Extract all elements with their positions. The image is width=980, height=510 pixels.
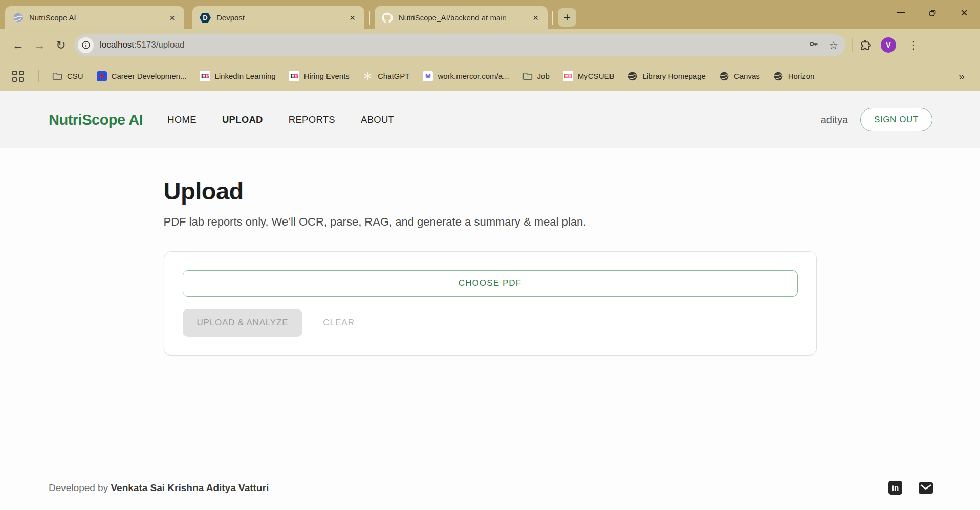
tab-title: NutriScope_AI/backend at main xyxy=(399,13,525,22)
clear-button[interactable]: CLEAR xyxy=(323,318,355,328)
globe-favicon xyxy=(12,12,24,24)
site-logo[interactable]: NutriScope AI xyxy=(49,112,143,128)
browser-window: NutriScope AI × D Devpost × NutriScope_A… xyxy=(0,0,980,510)
career-favicon: F xyxy=(97,71,107,81)
eb-favicon: EB xyxy=(200,71,210,81)
browser-toolbar: ← → ↻ localhost:5173/upload ☆ V ⋮ xyxy=(0,29,980,61)
apps-grid-icon[interactable] xyxy=(12,71,24,82)
close-icon[interactable]: × xyxy=(347,12,357,24)
tab-github[interactable]: NutriScope_AI/backend at main × xyxy=(375,6,548,29)
page-title: Upload xyxy=(164,177,817,205)
upload-analyze-button[interactable]: UPLOAD & ANALYZE xyxy=(183,309,303,337)
extensions-puzzle-icon[interactable] xyxy=(859,39,872,52)
site-info-icon[interactable] xyxy=(78,37,94,53)
minimize-icon xyxy=(897,12,905,13)
folder-icon xyxy=(52,71,62,81)
bookmark-mercor[interactable]: M work.mercor.com/a... xyxy=(423,71,509,81)
window-controls: × xyxy=(885,0,980,26)
address-bar[interactable]: localhost:5173/upload ☆ xyxy=(75,34,845,56)
bookmarks-divider xyxy=(38,70,39,82)
profile-avatar[interactable]: V xyxy=(881,37,896,53)
forward-button[interactable]: → xyxy=(29,34,50,56)
site-header: NutriScope AI HOME UPLOAD REPORTS ABOUT … xyxy=(0,91,980,148)
tab-title: NutriScope AI xyxy=(29,13,162,22)
tab-devpost[interactable]: D Devpost × xyxy=(192,6,364,29)
nav-home[interactable]: HOME xyxy=(167,114,197,125)
nav-upload[interactable]: UPLOAD xyxy=(222,114,263,125)
footer-icons: in xyxy=(888,481,933,495)
user-area: aditya SIGN OUT xyxy=(821,108,932,131)
url-path: :5173/upload xyxy=(134,40,184,50)
web-page: NutriScope AI HOME UPLOAD REPORTS ABOUT … xyxy=(0,91,980,510)
close-icon[interactable]: × xyxy=(167,12,177,24)
card-actions-row: UPLOAD & ANALYZE CLEAR xyxy=(183,309,798,337)
footer-author-name: Venkata Sai Krishna Aditya Vatturi xyxy=(111,482,269,493)
choose-pdf-button[interactable]: CHOOSE PDF xyxy=(183,270,798,297)
url-text[interactable]: localhost:5173/upload xyxy=(100,40,808,50)
bookmark-chatgpt[interactable]: ChatGPT xyxy=(363,71,410,81)
email-icon[interactable] xyxy=(919,482,933,494)
bookmark-mycsueb[interactable]: EB MyCSUEB xyxy=(563,71,615,81)
devpost-favicon: D xyxy=(200,12,211,24)
restore-icon xyxy=(928,9,937,17)
url-host: localhost xyxy=(100,40,134,50)
close-icon[interactable]: × xyxy=(531,12,540,24)
bookmarks-bar: CSU F Career Developmen... EB LinkedIn L… xyxy=(0,61,980,91)
main-content: Upload PDF lab reports only. We’ll OCR, … xyxy=(164,148,817,356)
back-button[interactable]: ← xyxy=(7,34,29,56)
eb-favicon: EB xyxy=(563,71,573,81)
bookmarks-overflow-chevron[interactable]: » xyxy=(959,70,972,82)
bookmark-csu[interactable]: CSU xyxy=(52,71,83,81)
site-footer: Developed by Venkata Sai Krishna Aditya … xyxy=(0,481,980,510)
footer-credit: Developed by Venkata Sai Krishna Aditya … xyxy=(49,482,269,494)
chatgpt-favicon xyxy=(363,71,373,81)
bookmark-hiring-events[interactable]: EB Hiring Events xyxy=(289,71,350,81)
github-favicon xyxy=(382,12,393,24)
linkedin-icon[interactable]: in xyxy=(888,481,902,495)
globe-icon xyxy=(719,71,729,81)
nav-about[interactable]: ABOUT xyxy=(361,114,394,125)
globe-icon xyxy=(627,71,638,81)
eb-favicon: EB xyxy=(289,71,299,81)
reload-button[interactable]: ↻ xyxy=(50,34,72,56)
tab-separator xyxy=(552,11,553,25)
bookmark-career-development[interactable]: F Career Developmen... xyxy=(97,71,187,81)
globe-icon xyxy=(773,71,783,81)
site-nav: HOME UPLOAD REPORTS ABOUT xyxy=(167,114,394,125)
nav-reports[interactable]: REPORTS xyxy=(289,114,335,125)
username: aditya xyxy=(821,114,848,126)
bookmark-canvas[interactable]: Canvas xyxy=(719,71,760,81)
tab-title: Devpost xyxy=(216,13,342,22)
tab-strip: NutriScope AI × D Devpost × NutriScope_A… xyxy=(0,0,980,29)
restore-button[interactable] xyxy=(917,0,948,26)
page-description: PDF lab reports only. We’ll OCR, parse, … xyxy=(164,215,817,229)
mercor-favicon: M xyxy=(423,71,433,81)
password-key-icon[interactable] xyxy=(808,38,819,52)
upload-card: CHOOSE PDF UPLOAD & ANALYZE CLEAR xyxy=(164,251,817,356)
new-tab-button[interactable]: + xyxy=(558,8,576,27)
minimize-button[interactable] xyxy=(885,0,917,26)
bookmark-linkedin-learning[interactable]: EB LinkedIn Learning xyxy=(200,71,275,81)
bookmark-library-homepage[interactable]: Library Homepage xyxy=(627,71,705,81)
close-window-button[interactable]: × xyxy=(948,0,980,26)
bookmark-job[interactable]: Job xyxy=(522,71,550,81)
bookmark-star-icon[interactable]: ☆ xyxy=(829,40,838,51)
bookmark-horizon[interactable]: Horizon xyxy=(773,71,815,81)
browser-menu-icon[interactable]: ⋮ xyxy=(905,39,922,51)
sign-out-button[interactable]: SIGN OUT xyxy=(860,108,932,131)
tab-separator xyxy=(369,11,370,25)
folder-icon xyxy=(522,71,533,81)
tab-nutriscope[interactable]: NutriScope AI × xyxy=(5,6,184,29)
toolbar-divider xyxy=(852,38,853,52)
